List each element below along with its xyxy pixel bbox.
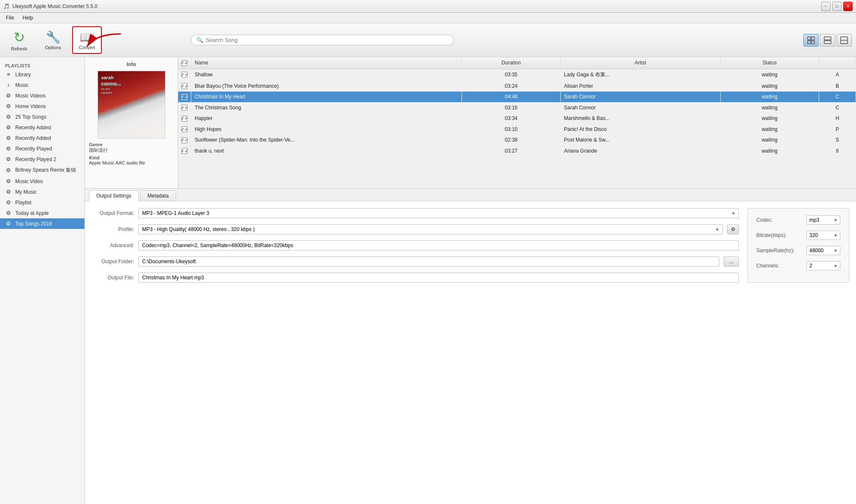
convert-button[interactable]: 📖 Convert [72,26,102,54]
row-artist: Sarah Connor [560,92,720,103]
menu-file[interactable]: File [2,14,18,22]
sidebar-item-recently-played-1[interactable]: ⚙ Recently Played [0,143,84,154]
table-row[interactable]: ✓ Happier 03:34 Marshmello & Bas... wait… [178,113,856,124]
codec-select-wrap: mp3 aac flac wav [806,215,840,225]
search-input[interactable] [206,37,448,43]
music-icon: ♪ [5,82,12,88]
sidebar-item-my-music[interactable]: ⚙ My Music [0,187,84,197]
titlebar: 🎵 Ukeysoft Apple Music Converter 5.5.0 −… [0,0,856,13]
samplerate-select-wrap: 22050 44100 48000 [806,246,840,255]
row-status: waiting [720,81,819,92]
file-input[interactable] [138,273,739,283]
svg-rect-2 [811,37,814,40]
row-checkbox[interactable]: ✓ [182,137,187,143]
row-status: waiting [720,145,819,156]
table-row[interactable]: ✓ High Hopes 03:10 Panic! At the Disco w… [178,124,856,135]
row-extra: P [819,124,856,135]
menu-help[interactable]: Help [18,14,37,22]
col-status: Status [720,57,819,69]
sidebar-item-recently-added-1[interactable]: ⚙ Recently Added [0,122,84,133]
advanced-input[interactable] [138,240,739,251]
row-name: Sunflower (Spider-Man: Into the Spider-V… [191,135,462,146]
sidebar-label-recently-played-1: Recently Played [15,146,52,152]
top-songs-2018-icon: ⚙ [5,220,12,227]
samplerate-select[interactable]: 22050 44100 48000 [806,246,840,255]
minimize-button[interactable]: − [821,2,831,11]
row-checkbox[interactable]: ✓ [182,83,187,89]
sidebar-item-today-at-apple[interactable]: ⚙ Today at Apple [0,208,84,218]
sidebar-item-library[interactable]: ≡ Library [0,69,84,80]
sidebar-item-playlist[interactable]: ⚙ Playlist [0,197,84,208]
sidebar-item-recently-added-2[interactable]: ⚙ Recently Added [0,133,84,143]
sidebar-item-music-videos[interactable]: ⚙ Music Videos [0,90,84,101]
sidebar-item-music[interactable]: ♪ Music [0,80,84,90]
music-video-icon: ⚙ [5,178,12,184]
row-checkbox[interactable]: ✓ [182,116,187,122]
format-select[interactable]: MP3 - MPEG-1 Audio Layer 3 AAC FLAC WAV [138,208,739,218]
codec-select[interactable]: mp3 aac flac wav [806,215,840,225]
row-artist: Ariana Grande [560,145,720,156]
row-artist: Post Malone & Sw... [560,135,720,146]
folder-input[interactable] [138,256,719,267]
profile-select[interactable]: MP3 - High Quality( 48000 Hz, stereo , 3… [138,224,723,234]
table-row[interactable]: ✓ Blue Bayou (The Voice Performance) 03:… [178,81,856,92]
sidebar-item-top-songs-2018[interactable]: ⚙ Top Songs 2018 [0,218,84,229]
advanced-row: Advanced: [92,240,739,251]
channels-select-wrap: 1 2 [806,261,840,270]
row-status: waiting [720,113,819,124]
svg-rect-5 [824,37,831,40]
sidebar-item-home-videos[interactable]: ⚙ Home Videos [0,101,84,111]
bitrate-select[interactable]: 128 192 256 320 [806,231,840,240]
sidebar-item-music-video[interactable]: ⚙ Music Video [0,176,84,187]
options-label: Options [45,45,61,50]
view-toggle-grid[interactable] [803,34,819,47]
refresh-button[interactable]: ↻ Refresh [4,26,34,54]
menubar: File Help [0,13,856,23]
select-all-checkbox[interactable]: ✓ [182,60,187,66]
row-checkbox-cell: ✓ [178,113,191,124]
view-toggles [803,34,852,47]
file-row: Output File: [92,273,739,283]
sidebar-label-recently-added-2: Recently Added [15,135,51,141]
svg-rect-3 [808,41,811,44]
bitrate-select-wrap: 128 192 256 320 [806,231,840,240]
playlist-icon: ⚙ [5,199,12,206]
row-checkbox[interactable]: ✓ [182,105,187,111]
sidebar-label-library: Library [15,72,31,78]
channels-row: Channels: 1 2 [756,261,840,270]
restore-button[interactable]: □ [832,2,842,11]
sidebar-label-music-videos: Music Videos [15,93,45,99]
info-panel-title: Info [127,61,136,67]
table-row[interactable]: ✓ Christmas In My Heart 04:48 Sarah Conn… [178,92,856,103]
profile-browse-button[interactable]: ⚙ [727,224,739,234]
table-row[interactable]: ✓ The Christmas Song 03:16 Sarah Connor … [178,102,856,113]
row-name: Happier [191,113,462,124]
row-checkbox[interactable]: ✓ [182,94,187,100]
row-checkbox[interactable]: ✓ [182,148,187,154]
row-artist: Sarah Connor [560,102,720,113]
channels-select[interactable]: 1 2 [806,261,840,270]
genre-label: Genre [89,142,103,147]
sidebar-item-25-top-songs[interactable]: ⚙ 25 Top Songs [0,111,84,122]
options-button[interactable]: 🔧 Options [38,26,68,54]
tab-metadata[interactable]: Metadata [140,190,176,201]
view-toggle-list[interactable] [836,34,852,47]
table-row[interactable]: ✓ thank u, next 03:27 Ariana Grande wait… [178,145,856,156]
kind-label: Kind [89,155,99,160]
row-status: waiting [720,102,819,113]
table-row[interactable]: ✓ Shallow 03:35 Lady Gaga & 布莱... waitin… [178,69,856,81]
sidebar-item-recently-played-2[interactable]: ⚙ Recently Played 2 [0,154,84,164]
close-button[interactable]: ✕ [843,2,853,11]
sidebar-label-recently-played-2: Recently Played 2 [15,156,56,162]
song-table-wrap[interactable]: ✓ Name Duration Artist Status ✓ Shallow [178,57,856,188]
col-duration: Duration [462,57,560,69]
tab-output-settings[interactable]: Output Settings [89,190,139,201]
row-checkbox[interactable]: ✓ [182,126,187,132]
table-row[interactable]: ✓ Sunflower (Spider-Man: Into the Spider… [178,135,856,146]
main-layout: Playlists ≡ Library ♪ Music ⚙ Music Vide… [0,57,856,504]
view-toggle-split[interactable] [820,34,835,47]
bitrate-label: Bitrate(kbps): [756,232,786,238]
row-checkbox[interactable]: ✓ [182,72,187,78]
folder-browse-button[interactable]: ... [724,256,739,267]
sidebar-item-britney[interactable]: ⚙ Britney Spears Remix 集锦 [0,164,84,176]
